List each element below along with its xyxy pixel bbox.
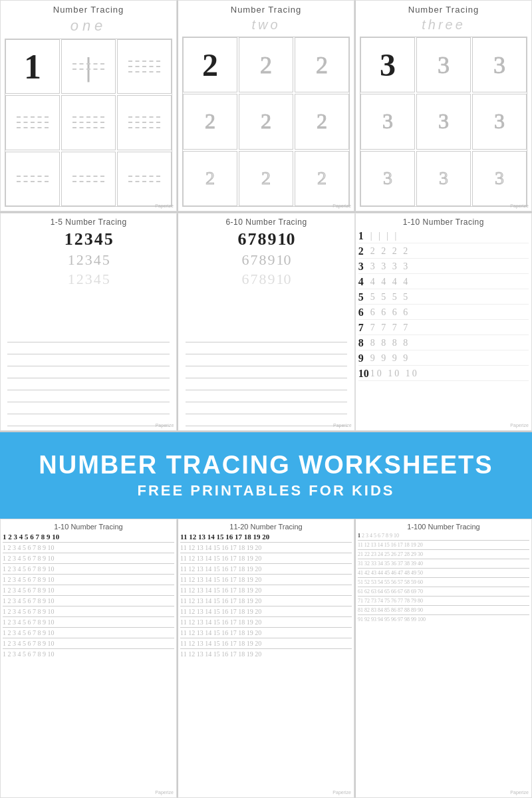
practice-lines-6-10 [186,293,348,426]
num-row-3: 3 3 3 3 3 [358,260,529,274]
rd2-2: 2 [76,271,84,288]
grid-cell-three-r3c2: 3 [416,151,471,206]
middle-section: 1-5 Number Tracing 1 2 3 4 5 1 2 3 4 5 1… [0,213,532,432]
hrow-2: 11 12 13 14 15 16 17 18 19 20 [358,542,529,548]
bottom-card-1-100: 1-100 Number Tracing 1 2 3 4 5 6 7 8 9 1… [354,519,532,798]
num-row-6: 6 6 6 6 6 [358,306,529,320]
grid-cell-one-r2c1 [5,95,60,150]
num-row-1: 1 | | | | [358,229,529,243]
rd-1: 1 [68,251,75,269]
bottom-card-11-20: 11-20 Number Tracing 11 12 13 14 15 16 1… [177,519,354,798]
rd-5: 5 [102,251,110,269]
tracing-grid-one: 1 | [5,39,172,207]
range-row-dashed1-1-5: 1 2 3 4 5 [68,251,110,269]
bottom-card-1-10: 1-10 Number Tracing 1 2 3 4 5 6 7 8 9 10… [0,519,177,798]
main-container: Number Tracing one 1 | [0,0,532,798]
number-one-solid: 1 [24,47,41,86]
grid-cell-two-solid: 2 [183,37,237,92]
grid-cell-two-r2c2: 2 [239,94,293,149]
num-row-7: 7 7 7 7 7 [358,321,529,335]
rd2-3: 3 [85,271,92,288]
grid-cell-two-r2c3: 2 [295,94,349,149]
range-row-bold-1-5: 1 2 3 4 5 [65,229,113,249]
grid-cell-one-r2c3 [117,95,172,150]
number-three-solid: 3 [380,47,396,83]
number-two-solid: 2 [202,47,218,83]
worksheet-two: Number Tracing two 2 2 2 2 2 [177,0,354,211]
number-two-d2: 2 [316,51,328,79]
card-three-title: Number Tracing [408,5,479,15]
num-row-10: 10 10 10 10 [358,367,529,381]
grid-cell-one-r3c2 [61,152,116,206]
watermark-two: Paperize [332,203,351,208]
grid-cell-three-d2: 3 [472,37,527,92]
watermark-6-10: Paperize [333,423,352,428]
rn-5: 5 [104,229,113,249]
banner-subtitle: FREE PRINTABLES FOR KIDS [138,482,395,499]
range-row-dashed2-6-10: 6 7 8 9 10 [241,271,291,288]
dashed-lines-1 [72,63,104,70]
hrow-4: 31 32 33 34 35 36 37 38 39 40 [358,561,529,567]
grid-cell-one-d2 [117,39,172,94]
hrow-3: 21 22 23 24 25 26 27 28 29 30 [358,551,529,557]
dline-2 [72,68,104,70]
dline-4 [128,66,160,67]
rd2-4: 4 [94,271,101,288]
grid-cell-three-r3c3: 3 [472,151,527,206]
grid-cell-one-solid: 1 [5,39,60,94]
dashed-lines-3 [17,116,49,128]
worksheet-three: Number Tracing three 3 3 3 3 3 [354,0,532,211]
watermark-1-5: Paperize [156,423,174,428]
num-row-5: 5 5 5 5 5 [358,291,529,305]
card-one-subtitle: one [70,17,107,35]
range-row-dashed2-1-5: 1 2 3 4 5 [68,271,110,288]
top-section: Number Tracing one 1 | [0,0,532,213]
range-card-6-10: 6-10 Number Tracing 6 7 8 9 10 6 7 8 9 1… [177,213,354,431]
range-card-1-10-rows: 1-10 Number Tracing 1 | | | | 2 2 2 2 2 … [355,213,532,431]
watermark-1-100: Paperize [510,790,529,795]
rn-1: 1 [65,229,73,249]
grid-cell-one-r3c1 [5,152,60,206]
dline-1 [72,63,104,65]
rd-4: 4 [94,251,101,269]
grid-cell-two-r3c2: 2 [239,151,293,206]
hrow-9: 81 82 83 84 85 86 87 88 89 90 [358,607,529,613]
num-row-4: 4 4 4 4 4 [358,275,529,289]
grid-cell-one-d1: | [61,39,116,94]
dashed-lines-2 [128,61,160,72]
rd2-1: 1 [68,271,75,288]
number-two-d1: 2 [260,51,272,79]
bottom-section: 1-10 Number Tracing 1 2 3 4 5 6 7 8 9 10… [0,519,532,798]
hrow-10: 91 92 93 94 95 96 97 98 99 100 [358,616,529,622]
grid-cell-three-r2c2: 3 [416,94,471,149]
grid-cell-two-d2: 2 [295,37,349,92]
watermark-1-10-rows: Paperize [510,423,529,428]
grid-cell-one-r2c2 [61,95,116,150]
dline-5 [128,71,160,72]
number-three-d1: 3 [438,51,450,79]
num-row-9: 9 9 9 9 9 [358,352,529,366]
card-two-title: Number Tracing [231,5,301,15]
grid-cell-two-d1: 2 [239,37,293,92]
num-row-8: 8 8 8 8 8 [358,336,529,350]
num-row-2: 2 2 2 2 2 [358,245,529,259]
grid-cell-one-r3c3 [117,152,172,206]
grid-cell-three-d1: 3 [416,37,471,92]
worksheet-one: Number Tracing one 1 | [0,0,177,211]
range-row-bold-6-10: 6 7 8 9 10 [237,229,295,249]
hrow-8: 71 72 73 74 75 76 77 78 79 80 [358,598,529,604]
range-card-1-5: 1-5 Number Tracing 1 2 3 4 5 1 2 3 4 5 1… [0,213,177,431]
hrow-1: 1 2 3 4 5 6 7 8 9 10 [358,533,529,539]
tracing-grid-three: 3 3 3 3 3 3 3 [360,37,527,207]
range-title-1-10-rows: 1-10 Number Tracing [358,217,529,227]
range-row-dashed1-6-10: 6 7 8 9 10 [241,251,291,269]
grid-cell-three-r2c1: 3 [360,94,415,149]
rn-4: 4 [94,229,103,249]
dline-3 [128,61,160,62]
practice-lines-1-5 [7,293,170,426]
card-three-subtitle: three [422,17,466,33]
brow-1: 1 2 3 4 5 6 7 8 9 10 [3,533,174,541]
hrow-7: 61 62 63 64 65 66 67 68 69 70 [358,589,529,595]
card-two-subtitle: two [251,17,280,33]
bottom-title-1-100: 1-100 Number Tracing [358,523,529,531]
